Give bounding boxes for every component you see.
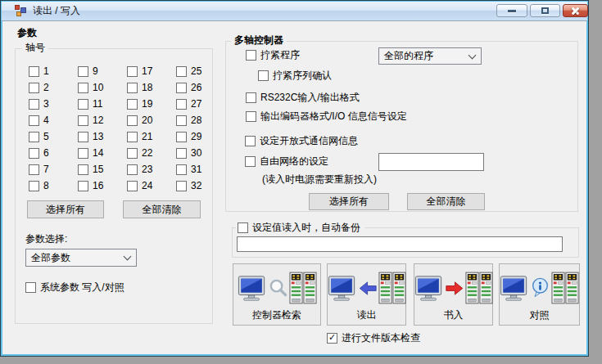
checkbox-icon: [78, 181, 88, 191]
controller-units-icon: [551, 272, 579, 304]
checkbox-icon: [29, 115, 39, 126]
compare-button[interactable]: 对照: [499, 263, 580, 326]
axis-number-label: 14: [93, 147, 103, 159]
axis-number-label: 8: [43, 180, 49, 191]
minimize-button[interactable]: [496, 4, 527, 17]
axis-checkbox-27[interactable]: 27: [176, 98, 225, 110]
open-network-label: 设定开放式通信网信息: [260, 134, 358, 148]
rs232c-label: RS232C输入/输出格式: [260, 91, 360, 105]
axis-checkbox-14[interactable]: 14: [78, 147, 127, 159]
controller-search-button[interactable]: 控制器检索: [233, 263, 321, 326]
encoder-format-checkbox[interactable]: 输出编码器格式/I/O 信息信号设定: [246, 110, 407, 122]
axis-checkbox-20[interactable]: 20: [127, 115, 176, 126]
magnifier-icon: [269, 278, 287, 299]
axis-checkbox-5[interactable]: 5: [29, 131, 78, 142]
parameters-heading: 参数: [17, 26, 37, 40]
axis-checkbox-24[interactable]: 24: [127, 180, 176, 191]
free-network-checkbox[interactable]: 自由网络的设定: [245, 155, 328, 167]
checkbox-icon: [78, 164, 88, 175]
sequence-confirm-label: 拧紧序列确认: [273, 69, 332, 83]
axis-checkbox-10[interactable]: 10: [78, 82, 127, 93]
backup-path-input[interactable]: [237, 236, 563, 252]
file-version-check-checkbox[interactable]: 进行文件版本检查: [327, 332, 420, 344]
title-bar[interactable]: 读出 / 写入: [2, 2, 587, 21]
free-network-input[interactable]: [378, 153, 484, 171]
axis-checkbox-15[interactable]: 15: [78, 164, 127, 175]
axis-number-label: 4: [43, 115, 49, 126]
axis-checkbox-30[interactable]: 30: [176, 147, 225, 159]
axis-checkbox-9[interactable]: 9: [78, 65, 127, 77]
axis-number-label: 6: [43, 147, 49, 159]
axis-checkbox-18[interactable]: 18: [127, 82, 176, 93]
read-button[interactable]: 读出: [327, 263, 406, 326]
axis-checkbox-29[interactable]: 29: [176, 131, 225, 142]
axis-checkbox-7[interactable]: 7: [29, 164, 78, 175]
axis-checkbox-16[interactable]: 16: [78, 180, 127, 191]
axis-number-label: 7: [43, 164, 49, 175]
axis-number-label: 2: [43, 82, 49, 93]
controller-group-caption: 多轴控制器: [231, 34, 287, 47]
axis-checkbox-17[interactable]: 17: [127, 65, 176, 77]
axis-checkbox-6[interactable]: 6: [29, 147, 78, 159]
auto-backup-checkbox[interactable]: 设定值读入时，自动备份: [236, 222, 365, 233]
axis-number-label: 1: [43, 65, 49, 77]
checkbox-icon: [29, 83, 39, 93]
program-select-combobox[interactable]: 全部的程序: [378, 47, 482, 65]
axis-number-label: 19: [142, 98, 152, 110]
param-select-value: 全部参数: [31, 251, 70, 265]
open-network-checkbox[interactable]: 设定开放式通信网信息: [245, 135, 358, 146]
axis-number-label: 3: [43, 98, 49, 110]
axis-select-all-button[interactable]: 选择所有: [27, 200, 104, 218]
checkbox-icon: [29, 148, 39, 159]
axis-number-label: 20: [142, 115, 152, 126]
tighten-program-checkbox[interactable]: 拧紧程序: [246, 49, 300, 61]
axis-checkbox-11[interactable]: 11: [78, 98, 127, 110]
checkbox-icon: [127, 115, 138, 126]
axis-checkbox-32[interactable]: 32: [176, 180, 225, 191]
axis-checkbox-31[interactable]: 31: [176, 164, 225, 175]
checkbox-icon: [29, 132, 39, 142]
param-select-combobox[interactable]: 全部参数: [25, 249, 137, 267]
axis-checkbox-25[interactable]: 25: [176, 65, 225, 77]
info-icon: [531, 277, 550, 299]
axis-checkbox-8[interactable]: 8: [29, 180, 78, 191]
controller-clear-all-button[interactable]: 全部清除: [407, 193, 485, 210]
system-param-checkbox[interactable]: 系统参数 写入/对照: [25, 281, 124, 293]
checkbox-icon: [78, 115, 88, 126]
axis-number-label: 11: [93, 98, 102, 110]
checkbox-icon: [246, 50, 256, 61]
checkbox-icon: [176, 83, 187, 93]
axis-checkbox-1[interactable]: 1: [29, 65, 78, 77]
axis-checkbox-21[interactable]: 21: [127, 131, 176, 142]
axis-number-label: 27: [191, 98, 201, 110]
axis-checkbox-12[interactable]: 12: [78, 115, 127, 126]
axis-checkbox-23[interactable]: 23: [127, 164, 176, 175]
axis-number-label: 16: [93, 180, 103, 191]
axis-checkbox-26[interactable]: 26: [176, 82, 225, 93]
close-button[interactable]: [563, 4, 588, 17]
maximize-button[interactable]: [530, 4, 560, 17]
axis-checkbox-19[interactable]: 19: [127, 98, 176, 110]
axis-checkbox-2[interactable]: 2: [29, 82, 78, 93]
axis-checkbox-3[interactable]: 3: [29, 98, 78, 110]
axis-clear-all-button[interactable]: 全部清除: [123, 200, 201, 218]
axis-checkbox-4[interactable]: 4: [29, 115, 78, 126]
axis-checkbox-13[interactable]: 13: [78, 131, 127, 142]
read-label: 读出: [357, 309, 377, 321]
computer-icon: [500, 275, 529, 302]
axis-number-label: 26: [191, 82, 201, 93]
checkbox-icon: [127, 83, 138, 93]
checkbox-icon: [78, 148, 88, 159]
controller-search-label: 控制器检索: [252, 309, 301, 321]
axis-checkbox-22[interactable]: 22: [127, 147, 176, 159]
axis-checkbox-28[interactable]: 28: [176, 115, 225, 126]
controller-select-all-button[interactable]: 选择所有: [309, 193, 389, 210]
sequence-confirm-checkbox[interactable]: 拧紧序列确认: [258, 70, 332, 81]
multi-axis-controller-group: 多轴控制器 拧紧程序 全部的程序 拧紧序列确认 RS232C输入/输出格式 输出…: [225, 41, 578, 212]
computer-icon: [238, 275, 267, 302]
rs232c-checkbox[interactable]: RS232C输入/输出格式: [246, 92, 360, 103]
checkbox-icon: [78, 83, 88, 93]
write-button[interactable]: 书入: [414, 263, 493, 326]
checkbox-icon: [29, 181, 39, 191]
axis-number-label: 12: [93, 115, 103, 126]
